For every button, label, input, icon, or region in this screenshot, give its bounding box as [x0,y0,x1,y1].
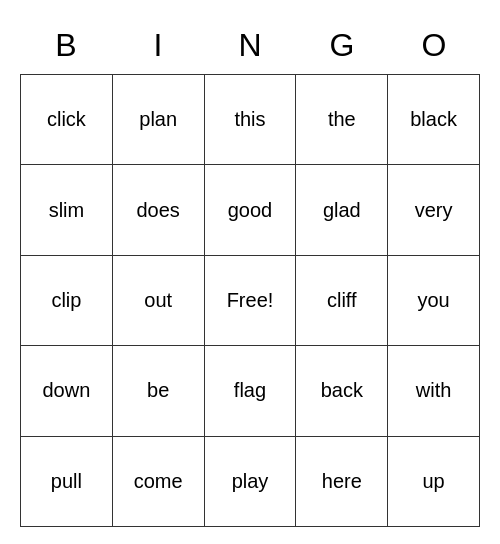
bingo-cell: slim [21,165,113,255]
bingo-cell: Free! [205,256,297,346]
header-letter: B [20,23,112,68]
bingo-cell: plan [113,75,205,165]
bingo-card: BINGO clickplanthistheblackslimdoesgoodg… [20,17,480,527]
header-letter: O [388,23,480,68]
bingo-cell: back [296,346,388,436]
bingo-cell: good [205,165,297,255]
bingo-cell: pull [21,437,113,527]
bingo-grid: clickplanthistheblackslimdoesgoodgladver… [20,74,480,527]
bingo-cell: black [388,75,480,165]
bingo-cell: very [388,165,480,255]
bingo-cell: be [113,346,205,436]
bingo-cell: you [388,256,480,346]
bingo-cell: the [296,75,388,165]
bingo-cell: up [388,437,480,527]
bingo-cell: this [205,75,297,165]
bingo-cell: out [113,256,205,346]
header-letter: N [204,23,296,68]
bingo-header: BINGO [20,17,480,74]
header-letter: I [112,23,204,68]
bingo-cell: cliff [296,256,388,346]
bingo-cell: glad [296,165,388,255]
bingo-cell: with [388,346,480,436]
bingo-cell: flag [205,346,297,436]
bingo-cell: click [21,75,113,165]
bingo-cell: clip [21,256,113,346]
bingo-cell: here [296,437,388,527]
bingo-cell: down [21,346,113,436]
bingo-cell: does [113,165,205,255]
header-letter: G [296,23,388,68]
bingo-cell: come [113,437,205,527]
bingo-cell: play [205,437,297,527]
